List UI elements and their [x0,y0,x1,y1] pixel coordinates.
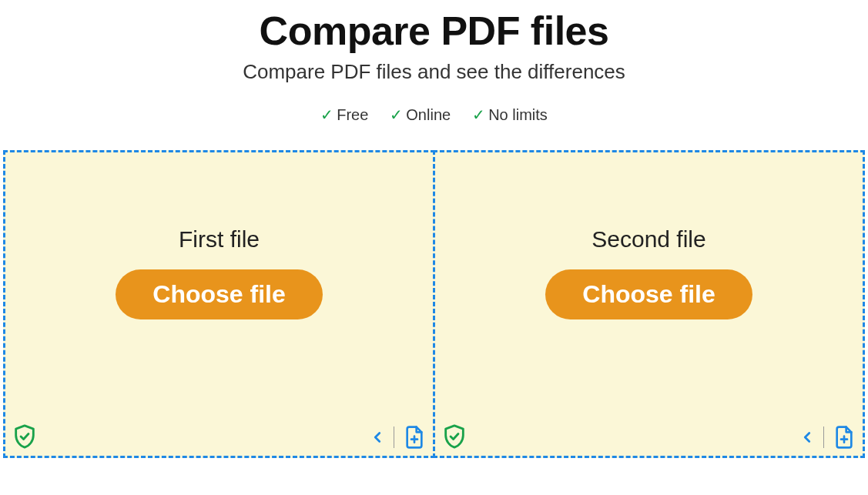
add-file-icon[interactable] [402,425,427,450]
page-title: Compare PDF files [0,8,868,54]
shield-check-icon[interactable] [441,423,468,450]
chevron-left-icon[interactable] [799,429,816,446]
feature-label: No limits [488,106,548,124]
feature-label: Free [337,106,368,124]
dropzone-label: First file [179,226,260,253]
dropzone-first-file[interactable]: First file Choose file [3,150,435,458]
feature-online: ✓ Online [390,105,451,124]
page-subtitle: Compare PDF files and see the difference… [0,60,868,84]
choose-file-button[interactable]: Choose file [545,269,752,319]
check-icon: ✓ [472,105,485,124]
chevron-left-icon[interactable] [369,429,386,446]
feature-free: ✓ Free [320,105,368,124]
feature-nolimits: ✓ No limits [472,105,548,124]
feature-label: Online [406,106,451,124]
add-file-icon[interactable] [832,425,856,450]
dropzone-label: Second file [592,226,705,253]
shield-check-icon[interactable] [12,423,38,450]
dropzone-second-file[interactable]: Second file Choose file [433,150,865,458]
check-icon: ✓ [390,105,403,124]
feature-list: ✓ Free ✓ Online ✓ No limits [0,105,868,124]
choose-file-button[interactable]: Choose file [116,269,322,319]
check-icon: ✓ [320,105,333,124]
divider [394,426,394,448]
divider [823,426,824,448]
